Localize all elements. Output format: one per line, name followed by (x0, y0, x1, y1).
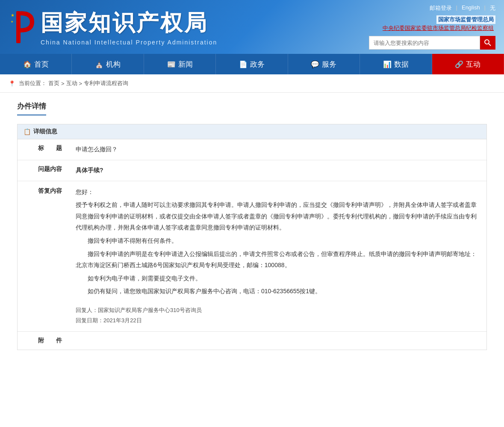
detail-box: 📋 详细信息 标 题 申请怎么撤回？ 问题内容 具体手续? 答复内容 (17, 124, 487, 350)
news-icon: 📰 (167, 60, 176, 68)
answer-p4: 撤回专利申请的声明是在专利申请进入公报编辑后提出的，申请文件照常公布或者公告，但… (76, 248, 480, 271)
data-icon: 📊 (383, 60, 392, 68)
other-link[interactable]: 无 (490, 4, 495, 12)
breadcrumb-prefix: 当前位置： (19, 80, 47, 87)
svg-rect-3 (16, 11, 21, 43)
separator-2: | (484, 4, 486, 12)
nav-service-label: 服务 (322, 59, 336, 69)
nav-interact-label: 互动 (466, 59, 480, 69)
nav-gov-label: 政务 (250, 59, 265, 69)
mail-login-link[interactable]: 邮箱登录 (430, 4, 452, 12)
reply-date: 回复日期：2021年3月22日 (76, 316, 480, 325)
answer-p3: 撤回专利申请不得附有任何条件。 (76, 235, 480, 247)
search-bar[interactable] (369, 36, 495, 50)
nav-data-label: 数据 (394, 59, 409, 69)
location-icon: 📍 (9, 80, 15, 87)
attachment-row: 附 件 (18, 332, 486, 350)
nav-org[interactable]: ⛪ 机构 (72, 54, 144, 74)
logo-icon: ★ ★ ★ (9, 9, 41, 45)
section-title: 办件详情 (17, 101, 46, 115)
breadcrumb-home[interactable]: 首页 (48, 80, 59, 87)
nav-org-label: 机构 (106, 59, 121, 69)
nav-news-label: 新闻 (178, 59, 193, 69)
header-left: ★ ★ ★ 国家知识产权局 China National Intellectua… (9, 8, 217, 46)
question-text: 具体手续? (76, 167, 103, 174)
search-input[interactable] (369, 36, 480, 50)
gov-icon: 📄 (239, 60, 248, 68)
nav-interact[interactable]: 🔗 互动 (432, 54, 504, 74)
nav-home[interactable]: 🏠 首页 (0, 54, 72, 74)
question-label: 问题内容 (18, 160, 69, 181)
nav-service[interactable]: 💬 服务 (288, 54, 360, 74)
svg-text:★: ★ (11, 13, 15, 18)
org-icon: ⛪ (95, 60, 103, 68)
svg-point-4 (485, 40, 489, 44)
question-row: 问题内容 具体手续? (18, 160, 486, 181)
nav-data[interactable]: 📊 数据 (360, 54, 432, 74)
reply-info: 回复人：国家知识产权局客户服务中心310号咨询员 回复日期：2021年3月22日 (76, 306, 480, 325)
attachment-value (69, 332, 486, 350)
home-icon: 🏠 (23, 60, 32, 68)
answer-content: 您好： 授予专利权之前，申请人随时可以主动要求撤回其专利申请。申请人撤回专利申请… (76, 186, 480, 297)
main-org-link[interactable]: 国家市场监督管理总局 (436, 15, 495, 24)
breadcrumb: 📍 当前位置： 首页 > 互动 > 专利申请流程咨询 (0, 74, 504, 93)
sub-org-link[interactable]: 中央纪委国家监委驻市场监管总局纪检监察组 (381, 24, 495, 32)
breadcrumb-interact[interactable]: 互动 (66, 80, 77, 87)
title-label: 标 题 (18, 139, 69, 160)
title-value: 申请怎么撤回？ (69, 139, 486, 160)
top-links[interactable]: 邮箱登录 | English | 无 (430, 4, 495, 12)
logo-english: China National Intellectual Property Adm… (41, 39, 217, 46)
answer-p5: 如专利为电子申请，则需要提交电子文件。 (76, 273, 480, 284)
breadcrumb-sep-2: > (79, 80, 83, 87)
logo-text: 国家知识产权局 China National Intellectual Prop… (41, 8, 217, 46)
answer-p1: 您好： (76, 186, 480, 198)
detail-table: 标 题 申请怎么撤回？ 问题内容 具体手续? 答复内容 您好： 授予专利权之前，… (18, 139, 486, 350)
attachment-label: 附 件 (18, 332, 69, 350)
question-value: 具体手续? (69, 160, 486, 181)
nav-news[interactable]: 📰 新闻 (144, 54, 216, 74)
answer-row: 答复内容 您好： 授予专利权之前，申请人随时可以主动要求撤回其专利申请。申请人撤… (18, 181, 486, 332)
detail-header-label: 详细信息 (33, 128, 57, 135)
nav-gov[interactable]: 📄 政务 (216, 54, 288, 74)
search-button[interactable] (480, 36, 495, 50)
answer-label: 答复内容 (18, 181, 69, 332)
svg-line-5 (489, 44, 491, 46)
breadcrumb-current: 专利申请流程咨询 (84, 80, 128, 87)
reply-person: 回复人：国家知识产权局客户服务中心310号咨询员 (76, 306, 480, 315)
breadcrumb-sep-1: > (61, 80, 65, 87)
org-links: 国家市场监督管理总局 中央纪委国家监委驻市场监管总局纪检监察组 (381, 15, 495, 32)
svg-text:★: ★ (11, 20, 13, 23)
main-content: 办件详情 📋 详细信息 标 题 申请怎么撤回？ 问题内容 具体手续? 答复内容 (0, 93, 504, 367)
search-icon (484, 39, 491, 46)
interact-icon: 🔗 (455, 60, 463, 68)
detail-header: 📋 详细信息 (18, 124, 486, 139)
header: ★ ★ ★ 国家知识产权局 China National Intellectua… (0, 0, 504, 54)
separator-1: | (456, 4, 457, 12)
logo-chinese: 国家知识产权局 (41, 8, 217, 38)
answer-p2: 授予专利权之前，申请人随时可以主动要求撤回其专利申请。申请人撤回专利申请的，应当… (76, 199, 480, 233)
header-right: 邮箱登录 | English | 无 国家市场监督管理总局 中央纪委国家监委驻市… (369, 4, 495, 50)
service-icon: 💬 (311, 60, 319, 68)
answer-p6: 如仍有疑问，请您致电国家知识产权局客户服务中心咨询，电话：010-6235665… (76, 286, 480, 297)
title-row: 标 题 申请怎么撤回？ (18, 139, 486, 160)
nav-home-label: 首页 (34, 59, 49, 69)
answer-value: 您好： 授予专利权之前，申请人随时可以主动要求撤回其专利申请。申请人撤回专利申请… (69, 181, 486, 332)
main-nav[interactable]: 🏠 首页 ⛪ 机构 📰 新闻 📄 政务 💬 服务 📊 数据 🔗 互动 (0, 54, 504, 74)
english-link[interactable]: English (462, 4, 480, 12)
document-icon: 📋 (24, 128, 31, 135)
